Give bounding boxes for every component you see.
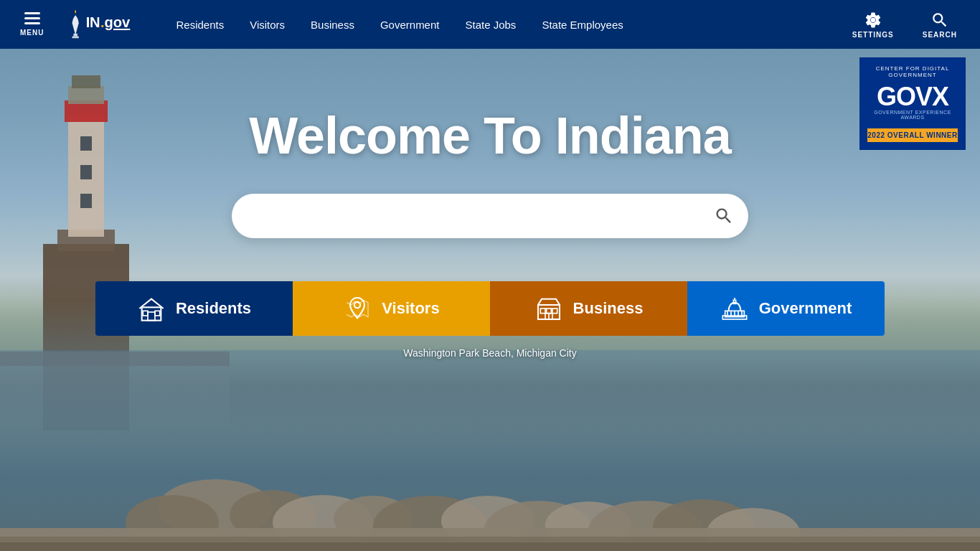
quick-link-government[interactable]: Government <box>687 281 885 336</box>
settings-button[interactable]: SETTINGS <box>841 5 905 44</box>
govx-winner-bar: 2022 OVERALL WINNER <box>867 128 958 142</box>
nav-link-state-jobs[interactable]: State Jobs <box>452 0 529 49</box>
site-logo[interactable]: IN . gov <box>61 9 140 40</box>
hero-content: Welcome To Indiana Residents <box>0 49 980 336</box>
menu-label: MENU <box>20 29 44 37</box>
quick-link-business-label: Business <box>573 299 644 318</box>
store-icon <box>534 294 563 323</box>
quick-link-government-label: Government <box>759 299 852 318</box>
settings-label: SETTINGS <box>852 31 894 39</box>
svg-text:IN: IN <box>86 14 100 30</box>
svg-text:gov: gov <box>105 14 131 30</box>
search-nav-icon <box>930 11 949 29</box>
quick-link-visitors[interactable]: Visitors <box>293 281 490 336</box>
map-pin-icon <box>343 294 372 323</box>
search-label: SEARCH <box>923 31 957 39</box>
nav-link-visitors[interactable]: Visitors <box>237 0 298 49</box>
svg-rect-40 <box>546 309 551 314</box>
quick-link-residents[interactable]: Residents <box>95 281 293 336</box>
govx-award-badge[interactable]: CENTER FOR DIGITAL GOVERNMENT GOVX GOVER… <box>859 57 966 150</box>
settings-icon <box>864 11 882 29</box>
svg-rect-27 <box>74 34 78 37</box>
navbar: MENU IN . gov Residents Visitors Busines… <box>0 0 980 49</box>
nav-link-residents[interactable]: Residents <box>163 0 237 49</box>
quick-link-visitors-label: Visitors <box>382 299 439 318</box>
svg-rect-39 <box>540 309 545 314</box>
quick-link-residents-label: Residents <box>176 299 251 318</box>
hero-title: Welcome To Indiana <box>249 106 730 165</box>
search-icon <box>714 206 734 226</box>
svg-rect-36 <box>155 311 160 316</box>
svg-rect-35 <box>143 311 148 316</box>
ingov-logo-svg: IN . gov <box>61 9 140 40</box>
search-bar-container <box>232 194 748 238</box>
rocks-illustration <box>0 350 980 551</box>
svg-rect-41 <box>552 309 557 314</box>
nav-actions: SETTINGS SEARCH <box>841 5 969 44</box>
quick-links: Residents Visitors <box>95 281 885 336</box>
nav-link-business[interactable]: Business <box>298 0 367 49</box>
nav-links: Residents Visitors Business Government S… <box>163 0 840 49</box>
hero-search-button[interactable] <box>711 203 737 229</box>
hamburger-line-3 <box>24 22 40 24</box>
svg-rect-26 <box>0 542 980 551</box>
nav-link-government[interactable]: Government <box>367 0 453 49</box>
govx-logo-sub: GOVERNMENT EXPERIENCE AWARDS <box>867 110 958 120</box>
menu-button[interactable]: MENU <box>11 6 52 42</box>
govx-logo-area: GOVX GOVERNMENT EXPERIENCE AWARDS <box>867 81 958 126</box>
govx-top-text: CENTER FOR DIGITAL GOVERNMENT <box>867 65 958 78</box>
hamburger-line-2 <box>24 17 40 19</box>
hamburger-line-1 <box>24 12 40 14</box>
govx-logo-text: GOVX <box>867 84 958 110</box>
location-caption: Washington Park Beach, Michigan City <box>0 347 980 359</box>
svg-rect-34 <box>148 312 155 321</box>
svg-rect-28 <box>72 37 79 39</box>
quick-link-business[interactable]: Business <box>490 281 687 336</box>
capitol-icon <box>720 294 749 323</box>
nav-link-state-employees[interactable]: State Employees <box>529 0 636 49</box>
svg-point-32 <box>871 17 876 22</box>
search-button[interactable]: SEARCH <box>911 5 969 44</box>
svg-rect-33 <box>142 307 161 320</box>
house-icon <box>137 294 166 323</box>
hero-search-input[interactable] <box>232 194 748 238</box>
